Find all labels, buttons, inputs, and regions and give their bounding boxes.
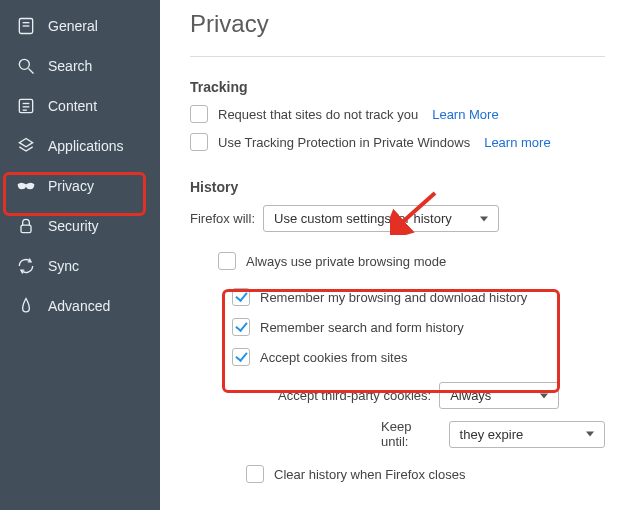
chevron-down-icon [586, 432, 594, 437]
svg-rect-9 [21, 225, 31, 233]
third-party-label: Accept third-party cookies: [278, 388, 431, 403]
keep-until-label: Keep until: [381, 419, 441, 449]
do-not-track-label: Request that sites do not track you [218, 107, 418, 122]
remember-search-label: Remember search and form history [260, 320, 464, 335]
firefox-will-label: Firefox will: [190, 211, 255, 226]
sidebar-item-general[interactable]: General [0, 6, 160, 46]
private-mode-row: Always use private browsing mode [218, 252, 605, 270]
applications-icon [16, 136, 36, 156]
history-options-group: Remember my browsing and download histor… [222, 280, 605, 378]
firefox-will-value: Use custom settings for history [274, 211, 452, 226]
chevron-down-icon [480, 216, 488, 221]
sidebar-item-label: Search [48, 58, 92, 74]
remember-browsing-checkbox[interactable] [232, 288, 250, 306]
remember-search-checkbox[interactable] [232, 318, 250, 336]
svg-point-3 [19, 59, 29, 69]
clear-on-close-checkbox[interactable] [246, 465, 264, 483]
sync-icon [16, 256, 36, 276]
divider [190, 56, 605, 57]
tracking-protection-label: Use Tracking Protection in Private Windo… [218, 135, 470, 150]
sidebar-item-label: Sync [48, 258, 79, 274]
tracking-protection-row: Use Tracking Protection in Private Windo… [190, 133, 605, 151]
accept-cookies-label: Accept cookies from sites [260, 350, 407, 365]
sidebar-item-applications[interactable]: Applications [0, 126, 160, 166]
sidebar-item-label: Applications [48, 138, 124, 154]
sidebar-item-security[interactable]: Security [0, 206, 160, 246]
remember-browsing-row: Remember my browsing and download histor… [232, 288, 595, 306]
tracking-protection-learn-link[interactable]: Learn more [484, 135, 550, 150]
do-not-track-learn-link[interactable]: Learn More [432, 107, 498, 122]
sidebar-item-privacy[interactable]: Privacy [0, 166, 160, 206]
keep-until-value: they expire [460, 427, 524, 442]
sidebar-item-label: Privacy [48, 178, 94, 194]
advanced-icon [16, 296, 36, 316]
sidebar-item-label: Content [48, 98, 97, 114]
search-icon [16, 56, 36, 76]
firefox-will-select[interactable]: Use custom settings for history [263, 205, 499, 232]
main-panel: Privacy Tracking Request that sites do n… [160, 0, 631, 510]
sidebar-item-content[interactable]: Content [0, 86, 160, 126]
page-title: Privacy [190, 10, 605, 38]
keep-until-row: Keep until: they expire [278, 419, 605, 449]
third-party-select[interactable]: Always [439, 382, 559, 409]
sidebar-item-advanced[interactable]: Advanced [0, 286, 160, 326]
sidebar-item-search[interactable]: Search [0, 46, 160, 86]
private-mode-checkbox[interactable] [218, 252, 236, 270]
keep-until-select[interactable]: they expire [449, 421, 605, 448]
third-party-row: Accept third-party cookies: Always [278, 382, 605, 409]
clear-on-close-row: Clear history when Firefox closes [246, 465, 605, 483]
lock-icon [16, 216, 36, 236]
svg-line-4 [29, 69, 34, 74]
private-mode-label: Always use private browsing mode [246, 254, 446, 269]
sidebar: General Search Content Applications Priv… [0, 0, 160, 510]
general-icon [16, 16, 36, 36]
remember-browsing-label: Remember my browsing and download histor… [260, 290, 527, 305]
remember-search-row: Remember search and form history [232, 318, 595, 336]
tracking-heading: Tracking [190, 79, 605, 95]
accept-cookies-row: Accept cookies from sites [232, 348, 595, 366]
chevron-down-icon [540, 393, 548, 398]
do-not-track-row: Request that sites do not track you Lear… [190, 105, 605, 123]
sidebar-item-sync[interactable]: Sync [0, 246, 160, 286]
firefox-will-row: Firefox will: Use custom settings for hi… [190, 205, 605, 232]
sidebar-item-label: General [48, 18, 98, 34]
sidebar-item-label: Security [48, 218, 99, 234]
privacy-mask-icon [16, 176, 36, 196]
sidebar-item-label: Advanced [48, 298, 110, 314]
third-party-value: Always [450, 388, 491, 403]
content-icon [16, 96, 36, 116]
do-not-track-checkbox[interactable] [190, 105, 208, 123]
accept-cookies-checkbox[interactable] [232, 348, 250, 366]
clear-on-close-label: Clear history when Firefox closes [274, 467, 465, 482]
tracking-protection-checkbox[interactable] [190, 133, 208, 151]
history-heading: History [190, 179, 605, 195]
